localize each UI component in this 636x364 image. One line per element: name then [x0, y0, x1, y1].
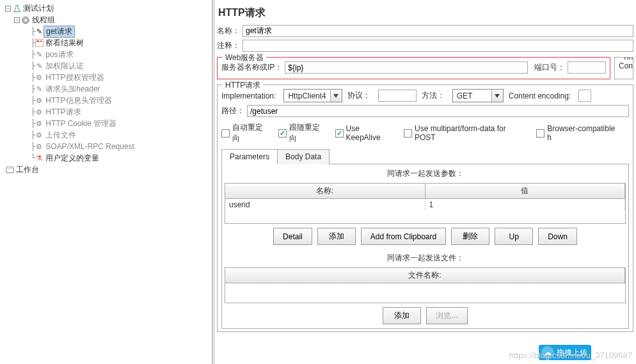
col-name: 名称: — [225, 184, 425, 199]
browse-button[interactable]: 浏览... — [426, 307, 467, 324]
cell-value[interactable]: 1 — [425, 199, 626, 210]
check-label: 跟随重定向 — [289, 122, 328, 144]
content-panel: HTTP请求 名称： 注释： Web服务器 服务器名称或IP： 端口号： — [214, 0, 636, 364]
add-clipboard-button[interactable]: Add from Clipboard — [361, 228, 446, 245]
tree-label: SOAP/XML-RPC Request — [44, 142, 136, 151]
tree-node-http-request[interactable]: ├ ⚙HTTP请求 — [3, 106, 212, 118]
col-value: 值 — [425, 184, 626, 199]
add-button[interactable]: 添加 — [317, 228, 356, 245]
workbench-icon — [5, 165, 14, 174]
fieldset-legend: Tin — [620, 57, 633, 61]
server-label: 服务器名称或IP： — [221, 62, 282, 73]
multipart-checkbox[interactable]: Use multipart/form-data for POST — [404, 124, 529, 142]
tree-node-http-header-mgr[interactable]: ├ ⚙HTTP信息头管理器 — [3, 95, 212, 106]
http-request-fieldset: HTTP请求 Implementation: HttpClient4 协议： 方… — [217, 84, 633, 332]
col-file: 文件名称: — [225, 268, 625, 283]
svg-rect-7 — [6, 167, 13, 169]
delete-button[interactable]: 删除 — [451, 228, 489, 245]
probe-icon: ✎ — [35, 84, 44, 93]
gear-icon: ⚙ — [35, 107, 44, 116]
tree-node-header[interactable]: ├ ✎请求头加header — [3, 83, 212, 95]
con-label: Con — [619, 61, 633, 70]
collapse-icon[interactable]: − — [14, 17, 20, 23]
fieldset-legend: HTTP请求 — [223, 80, 263, 91]
add-file-button[interactable]: 添加 — [383, 307, 421, 324]
files-table: 文件名称: — [225, 267, 626, 303]
parameters-panel: 同请求一起发送参数： 名称: 值 userid 1 Detail — [221, 164, 629, 329]
encoding-label: Content encoding: — [509, 91, 571, 100]
svg-rect-3 — [35, 39, 44, 47]
tree-node-pos-request[interactable]: ├ ✎pos请求 — [3, 49, 212, 60]
method-select[interactable]: GET — [452, 89, 504, 102]
probe-icon: ✎ — [35, 27, 44, 36]
implementation-select[interactable]: HttpClient4 — [283, 89, 342, 102]
tree-label: 察看结果树 — [44, 38, 86, 49]
up-button[interactable]: Up — [495, 228, 533, 245]
tree-node-workbench[interactable]: 工作台 — [3, 164, 212, 175]
fieldset-legend: Web服务器 — [223, 52, 266, 63]
chevron-down-icon — [330, 90, 342, 102]
svg-rect-0 — [15, 4, 19, 5]
check-label: Use KeepAlive — [346, 124, 397, 142]
path-input[interactable] — [247, 105, 629, 117]
tree-label: HTTP Cookie 管理器 — [44, 118, 118, 129]
tree-node-user-vars[interactable]: └ ⚗用户定义的变量 — [3, 152, 212, 164]
tree-node-cookie-mgr[interactable]: ├ ⚙HTTP Cookie 管理器 — [3, 118, 212, 129]
results-icon — [35, 38, 44, 47]
tree-label: HTTP信息头管理器 — [44, 95, 113, 106]
tree-node-http-auth-mgr[interactable]: ├ ⚙HTTP授权管理器 — [3, 72, 212, 83]
tree-label: pos请求 — [44, 49, 75, 60]
follow-redirect-checkbox[interactable]: 跟随重定向 — [278, 122, 328, 144]
page-title: HTTP请求 — [214, 0, 636, 25]
table-row[interactable]: userid 1 — [225, 199, 625, 210]
auto-redirect-checkbox[interactable]: 自动重定向 — [221, 122, 271, 144]
select-value: HttpClient4 — [284, 91, 330, 100]
tree-label: 请求头加header — [44, 84, 102, 95]
tree-label: 线程组 — [30, 15, 57, 26]
protocol-input[interactable] — [378, 90, 417, 102]
tree-node-test-plan[interactable]: − 测试计划 — [3, 3, 212, 14]
timeout-fieldset: Tin Con — [614, 57, 633, 79]
gear-icon — [21, 15, 30, 24]
tree-node-auth[interactable]: ├ ✎加权限认证 — [3, 60, 212, 72]
path-label: 路径： — [221, 106, 244, 116]
probe-icon: ✎ — [35, 61, 44, 70]
tree-label: 上传文件 — [44, 130, 78, 141]
comment-label: 注释： — [217, 40, 240, 51]
down-button[interactable]: Down — [538, 228, 577, 245]
tree-label: HTTP请求 — [44, 107, 83, 118]
svg-rect-4 — [36, 40, 39, 42]
method-label: 方法： — [422, 90, 445, 101]
gear-icon: ⚙ — [35, 73, 44, 82]
server-input[interactable] — [285, 61, 528, 74]
detail-button[interactable]: Detail — [273, 228, 312, 245]
tree-label: get请求 — [44, 26, 75, 38]
tree-node-view-results-tree[interactable]: ├ 察看结果树 — [3, 37, 212, 49]
gear-icon: ⚙ — [35, 142, 44, 151]
vars-icon: ⚗ — [35, 154, 44, 162]
tree-node-get-request[interactable]: ├ ✎ get请求 — [3, 26, 212, 37]
encoding-input[interactable] — [578, 90, 591, 102]
tree-panel: − 测试计划 − 线程组 ├ ✎ get请求 ├ 察看结果树 ├ ✎pos请求 … — [0, 0, 212, 364]
gear-icon: ⚙ — [35, 119, 44, 128]
cell-name[interactable]: userid — [225, 199, 425, 210]
collapse-icon[interactable]: − — [5, 6, 11, 12]
gear-icon: ⚙ — [35, 96, 44, 105]
comment-input[interactable] — [242, 40, 633, 52]
browser-compat-checkbox[interactable]: Browser-compatible h — [536, 124, 621, 142]
gear-icon: ⚙ — [35, 131, 44, 139]
port-input[interactable] — [568, 61, 606, 74]
keepalive-checkbox[interactable]: Use KeepAlive — [335, 124, 396, 142]
name-input[interactable] — [242, 25, 633, 37]
tree-node-thread-group[interactable]: − 线程组 — [3, 14, 212, 26]
protocol-label: 协议： — [347, 90, 370, 101]
tree-label: HTTP授权管理器 — [44, 72, 106, 83]
params-section-title: 同请求一起发送参数： — [222, 164, 628, 183]
files-section-title: 同请求一起发送文件： — [222, 249, 628, 267]
tab-parameters[interactable]: Parameters — [221, 149, 278, 164]
port-label: 端口号： — [534, 62, 565, 73]
tree-node-soap[interactable]: ├ ⚙SOAP/XML-RPC Request — [3, 141, 212, 152]
tree-label: 工作台 — [14, 164, 41, 175]
tree-node-upload[interactable]: ├ ⚙上传文件 — [3, 129, 212, 141]
tab-body-data[interactable]: Body Data — [277, 149, 330, 164]
